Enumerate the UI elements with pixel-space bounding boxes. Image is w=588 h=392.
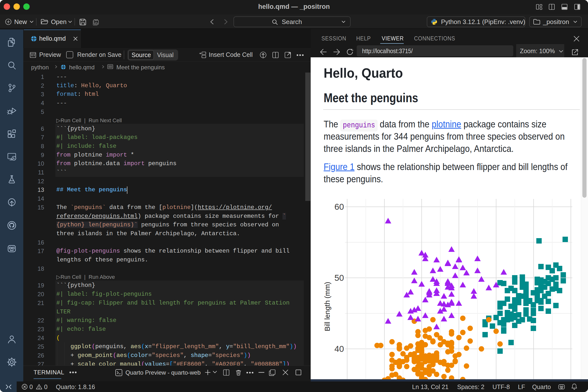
svg-text:40: 40 xyxy=(334,344,344,354)
svg-text:60: 60 xyxy=(334,202,344,212)
svg-text:Bill length (mm): Bill length (mm) xyxy=(324,282,331,331)
svg-text:50: 50 xyxy=(334,273,344,282)
